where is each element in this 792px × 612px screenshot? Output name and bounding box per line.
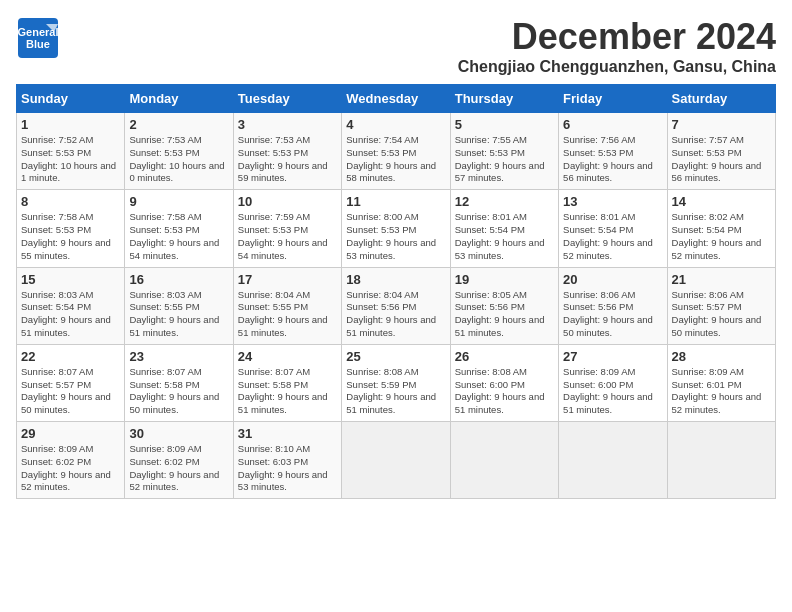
- calendar-cell: 18 Sunrise: 8:04 AMSunset: 5:56 PMDaylig…: [342, 267, 450, 344]
- calendar-cell: 20 Sunrise: 8:06 AMSunset: 5:56 PMDaylig…: [559, 267, 667, 344]
- svg-text:Blue: Blue: [26, 38, 50, 50]
- header-row: SundayMondayTuesdayWednesdayThursdayFrid…: [17, 85, 776, 113]
- header-day: Sunday: [17, 85, 125, 113]
- cell-info: Sunrise: 8:07 AMSunset: 5:58 PMDaylight:…: [129, 366, 219, 415]
- calendar-cell: 28 Sunrise: 8:09 AMSunset: 6:01 PMDaylig…: [667, 344, 775, 421]
- calendar-cell: 5 Sunrise: 7:55 AMSunset: 5:53 PMDayligh…: [450, 113, 558, 190]
- calendar-cell: 19 Sunrise: 8:05 AMSunset: 5:56 PMDaylig…: [450, 267, 558, 344]
- header-day: Wednesday: [342, 85, 450, 113]
- calendar-cell: 25 Sunrise: 8:08 AMSunset: 5:59 PMDaylig…: [342, 344, 450, 421]
- calendar-cell: 17 Sunrise: 8:04 AMSunset: 5:55 PMDaylig…: [233, 267, 341, 344]
- header-day: Monday: [125, 85, 233, 113]
- cell-info: Sunrise: 8:08 AMSunset: 6:00 PMDaylight:…: [455, 366, 545, 415]
- cell-info: Sunrise: 7:58 AMSunset: 5:53 PMDaylight:…: [21, 211, 111, 260]
- header-day: Thursday: [450, 85, 558, 113]
- calendar-cell: [559, 422, 667, 499]
- calendar-week-row: 29 Sunrise: 8:09 AMSunset: 6:02 PMDaylig…: [17, 422, 776, 499]
- title-block: December 2024 Chengjiao Chengguanzhen, G…: [458, 16, 776, 76]
- cell-info: Sunrise: 8:03 AMSunset: 5:54 PMDaylight:…: [21, 289, 111, 338]
- calendar-cell: 22 Sunrise: 8:07 AMSunset: 5:57 PMDaylig…: [17, 344, 125, 421]
- header-day: Tuesday: [233, 85, 341, 113]
- day-number: 5: [455, 117, 554, 132]
- day-number: 25: [346, 349, 445, 364]
- cell-info: Sunrise: 8:07 AMSunset: 5:57 PMDaylight:…: [21, 366, 111, 415]
- calendar-cell: 2 Sunrise: 7:53 AMSunset: 5:53 PMDayligh…: [125, 113, 233, 190]
- calendar-cell: 13 Sunrise: 8:01 AMSunset: 5:54 PMDaylig…: [559, 190, 667, 267]
- calendar-cell: 8 Sunrise: 7:58 AMSunset: 5:53 PMDayligh…: [17, 190, 125, 267]
- cell-info: Sunrise: 8:00 AMSunset: 5:53 PMDaylight:…: [346, 211, 436, 260]
- header: General Blue December 2024 Chengjiao Che…: [16, 16, 776, 76]
- location-title: Chengjiao Chengguanzhen, Gansu, China: [458, 58, 776, 76]
- cell-info: Sunrise: 8:05 AMSunset: 5:56 PMDaylight:…: [455, 289, 545, 338]
- cell-info: Sunrise: 7:59 AMSunset: 5:53 PMDaylight:…: [238, 211, 328, 260]
- calendar-cell: 27 Sunrise: 8:09 AMSunset: 6:00 PMDaylig…: [559, 344, 667, 421]
- calendar-cell: 24 Sunrise: 8:07 AMSunset: 5:58 PMDaylig…: [233, 344, 341, 421]
- calendar-table: SundayMondayTuesdayWednesdayThursdayFrid…: [16, 84, 776, 499]
- cell-info: Sunrise: 7:52 AMSunset: 5:53 PMDaylight:…: [21, 134, 116, 183]
- cell-info: Sunrise: 8:09 AMSunset: 6:02 PMDaylight:…: [129, 443, 219, 492]
- calendar-cell: 10 Sunrise: 7:59 AMSunset: 5:53 PMDaylig…: [233, 190, 341, 267]
- day-number: 11: [346, 194, 445, 209]
- cell-info: Sunrise: 8:02 AMSunset: 5:54 PMDaylight:…: [672, 211, 762, 260]
- day-number: 27: [563, 349, 662, 364]
- cell-info: Sunrise: 8:07 AMSunset: 5:58 PMDaylight:…: [238, 366, 328, 415]
- calendar-cell: [667, 422, 775, 499]
- calendar-body: 1 Sunrise: 7:52 AMSunset: 5:53 PMDayligh…: [17, 113, 776, 499]
- calendar-cell: 9 Sunrise: 7:58 AMSunset: 5:53 PMDayligh…: [125, 190, 233, 267]
- calendar-cell: [342, 422, 450, 499]
- day-number: 1: [21, 117, 120, 132]
- cell-info: Sunrise: 8:10 AMSunset: 6:03 PMDaylight:…: [238, 443, 328, 492]
- calendar-cell: 14 Sunrise: 8:02 AMSunset: 5:54 PMDaylig…: [667, 190, 775, 267]
- cell-info: Sunrise: 7:53 AMSunset: 5:53 PMDaylight:…: [129, 134, 224, 183]
- day-number: 29: [21, 426, 120, 441]
- cell-info: Sunrise: 8:09 AMSunset: 6:01 PMDaylight:…: [672, 366, 762, 415]
- day-number: 28: [672, 349, 771, 364]
- calendar-cell: 29 Sunrise: 8:09 AMSunset: 6:02 PMDaylig…: [17, 422, 125, 499]
- day-number: 7: [672, 117, 771, 132]
- cell-info: Sunrise: 8:09 AMSunset: 6:02 PMDaylight:…: [21, 443, 111, 492]
- day-number: 12: [455, 194, 554, 209]
- day-number: 2: [129, 117, 228, 132]
- day-number: 8: [21, 194, 120, 209]
- calendar-cell: 6 Sunrise: 7:56 AMSunset: 5:53 PMDayligh…: [559, 113, 667, 190]
- day-number: 13: [563, 194, 662, 209]
- calendar-cell: 3 Sunrise: 7:53 AMSunset: 5:53 PMDayligh…: [233, 113, 341, 190]
- day-number: 21: [672, 272, 771, 287]
- cell-info: Sunrise: 7:57 AMSunset: 5:53 PMDaylight:…: [672, 134, 762, 183]
- calendar-week-row: 8 Sunrise: 7:58 AMSunset: 5:53 PMDayligh…: [17, 190, 776, 267]
- day-number: 24: [238, 349, 337, 364]
- cell-info: Sunrise: 8:01 AMSunset: 5:54 PMDaylight:…: [455, 211, 545, 260]
- cell-info: Sunrise: 7:53 AMSunset: 5:53 PMDaylight:…: [238, 134, 328, 183]
- calendar-cell: 12 Sunrise: 8:01 AMSunset: 5:54 PMDaylig…: [450, 190, 558, 267]
- cell-info: Sunrise: 8:01 AMSunset: 5:54 PMDaylight:…: [563, 211, 653, 260]
- cell-info: Sunrise: 8:03 AMSunset: 5:55 PMDaylight:…: [129, 289, 219, 338]
- cell-info: Sunrise: 8:04 AMSunset: 5:56 PMDaylight:…: [346, 289, 436, 338]
- cell-info: Sunrise: 8:04 AMSunset: 5:55 PMDaylight:…: [238, 289, 328, 338]
- calendar-cell: 23 Sunrise: 8:07 AMSunset: 5:58 PMDaylig…: [125, 344, 233, 421]
- day-number: 30: [129, 426, 228, 441]
- day-number: 23: [129, 349, 228, 364]
- cell-info: Sunrise: 8:06 AMSunset: 5:57 PMDaylight:…: [672, 289, 762, 338]
- day-number: 14: [672, 194, 771, 209]
- cell-info: Sunrise: 8:08 AMSunset: 5:59 PMDaylight:…: [346, 366, 436, 415]
- cell-info: Sunrise: 7:55 AMSunset: 5:53 PMDaylight:…: [455, 134, 545, 183]
- day-number: 22: [21, 349, 120, 364]
- cell-info: Sunrise: 8:06 AMSunset: 5:56 PMDaylight:…: [563, 289, 653, 338]
- cell-info: Sunrise: 7:58 AMSunset: 5:53 PMDaylight:…: [129, 211, 219, 260]
- header-day: Friday: [559, 85, 667, 113]
- calendar-week-row: 22 Sunrise: 8:07 AMSunset: 5:57 PMDaylig…: [17, 344, 776, 421]
- day-number: 6: [563, 117, 662, 132]
- calendar-cell: [450, 422, 558, 499]
- month-title: December 2024: [458, 16, 776, 58]
- day-number: 18: [346, 272, 445, 287]
- day-number: 17: [238, 272, 337, 287]
- calendar-cell: 26 Sunrise: 8:08 AMSunset: 6:00 PMDaylig…: [450, 344, 558, 421]
- cell-info: Sunrise: 8:09 AMSunset: 6:00 PMDaylight:…: [563, 366, 653, 415]
- day-number: 20: [563, 272, 662, 287]
- calendar-cell: 30 Sunrise: 8:09 AMSunset: 6:02 PMDaylig…: [125, 422, 233, 499]
- day-number: 4: [346, 117, 445, 132]
- day-number: 31: [238, 426, 337, 441]
- calendar-cell: 7 Sunrise: 7:57 AMSunset: 5:53 PMDayligh…: [667, 113, 775, 190]
- calendar-header: SundayMondayTuesdayWednesdayThursdayFrid…: [17, 85, 776, 113]
- calendar-week-row: 15 Sunrise: 8:03 AMSunset: 5:54 PMDaylig…: [17, 267, 776, 344]
